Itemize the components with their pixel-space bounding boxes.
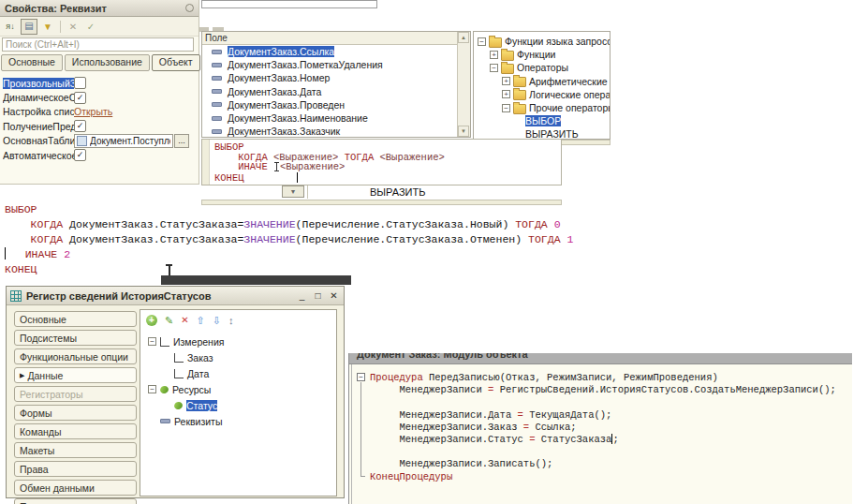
ref-field[interactable]: Документ.Поступле — [74, 134, 173, 148]
module-title-bar[interactable]: Документ Заказ: Модуль объекта — [349, 353, 852, 364]
register-tree-item[interactable]: Реквизиты — [140, 413, 336, 429]
search-input[interactable] — [2, 37, 194, 52]
register-tab[interactable]: Права — [14, 461, 137, 477]
ref-more-button[interactable]: ... — [174, 134, 189, 148]
register-tree-item[interactable]: −Ресурсы — [140, 381, 336, 397]
window-title-bar[interactable]: Регистр сведений ИсторияСтатусов _□✕ — [7, 287, 344, 305]
categorize-icon[interactable]: ▤ — [21, 19, 37, 35]
scroll-up-icon[interactable]: ▲ — [458, 32, 469, 43]
field-scrollbar[interactable]: ▲ ▼ — [457, 32, 470, 137]
expander-icon[interactable]: − — [502, 104, 510, 112]
code-line: КОНЕЦ — [214, 172, 445, 184]
tree-item[interactable]: −Прочие операторы — [474, 101, 610, 114]
expander-icon[interactable]: − — [148, 337, 156, 346]
edit-icon[interactable]: ✎ — [165, 315, 173, 326]
property-row[interactable]: ДинамическоеСчи✓ — [3, 90, 196, 104]
filter-icon[interactable]: ▼ — [40, 20, 55, 34]
tree-item[interactable]: +Логические операторы — [474, 88, 610, 101]
clear-icon[interactable]: ✕ — [66, 20, 81, 34]
tab-label: Обмен данными — [20, 482, 95, 494]
tree-item[interactable]: +Функции — [474, 48, 610, 61]
field-icon — [212, 50, 222, 54]
property-row[interactable]: ПолучениеПредст✓ — [3, 119, 196, 133]
open-link[interactable]: Открыть — [74, 106, 112, 117]
property-row[interactable]: ПроизвольныйЗа — [3, 76, 196, 90]
fold-collapse-icon[interactable]: − — [357, 373, 365, 381]
expander-icon[interactable]: + — [502, 90, 510, 98]
checkbox[interactable] — [74, 77, 86, 89]
tree-item[interactable]: ВЫБОР — [474, 114, 610, 127]
field-list-item[interactable]: ДокументЗаказ.Номер — [202, 71, 458, 84]
move-up-icon[interactable]: ⇧ — [197, 315, 205, 326]
code-seg: ТекущаяДата(); — [523, 409, 612, 421]
minimize-button[interactable]: _ — [296, 289, 308, 304]
checkbox[interactable]: ✓ — [74, 92, 86, 104]
resource-icon — [173, 400, 184, 410]
field-list-item[interactable]: ДокументЗаказ.Проведен — [202, 98, 458, 111]
code-line: ИНАЧЕ <Выражение> — [214, 162, 445, 172]
register-tree-item[interactable]: Статус — [140, 397, 336, 413]
field-list-item[interactable]: ДокументЗаказ.Наименование — [202, 111, 458, 125]
register-tab[interactable]: Команды — [14, 423, 137, 439]
expander-icon[interactable]: − — [490, 64, 498, 72]
dropdown-button[interactable]: ▼ — [282, 185, 304, 198]
register-tree-item[interactable]: −Измерения — [140, 334, 336, 349]
property-row[interactable]: АвтоматическоеС✓ — [3, 148, 196, 162]
register-tab[interactable]: Основные — [14, 311, 137, 327]
register-tab[interactable]: Функциональные опции — [14, 348, 137, 364]
field-list-item[interactable]: ДокументЗаказ.ПометкаУдаления — [202, 58, 458, 71]
scroll-down-icon[interactable]: ▼ — [458, 126, 469, 137]
tree-item[interactable]: −Операторы — [474, 61, 610, 74]
tree-item[interactable]: −Функции языка запросов — [474, 35, 610, 48]
register-tab[interactable]: ▶Данные — [14, 367, 137, 383]
expander-icon[interactable]: + — [490, 51, 498, 59]
checkbox[interactable]: ✓ — [74, 149, 86, 161]
pin-icon[interactable] — [185, 4, 194, 12]
checkbox[interactable]: ✓ — [74, 120, 86, 132]
query-code-editor[interactable]: ВЫБОР КОГДА ДокументЗаказ.СтатусЗаказа=З… — [5, 202, 604, 281]
field-list[interactable]: ДокументЗаказ.СсылкаДокументЗаказ.Пометк… — [202, 45, 458, 137]
code-seg: 2 — [64, 248, 70, 260]
code-line: КонецПроцедуры — [370, 471, 836, 483]
register-tab[interactable]: Формы — [14, 405, 137, 421]
props-tab[interactable]: Использование — [65, 54, 150, 71]
register-tab[interactable]: Обмен данными — [14, 480, 137, 496]
register-tab[interactable]: Макеты — [14, 442, 137, 458]
field-list-item[interactable]: ДокументЗаказ.Ссылка — [202, 45, 458, 58]
set-order-icon[interactable]: ↕ — [228, 315, 234, 326]
query-functions-tree[interactable]: −Функции языка запросов+Функции−Оператор… — [473, 31, 611, 140]
maximize-button[interactable]: □ — [312, 289, 324, 304]
code-seg: МенеджерЗаписи.Записать(); — [370, 458, 552, 469]
snippet-editor[interactable]: ВЫБОР КОГДА <Выражение> ТОГДА <Выражение… — [201, 139, 562, 185]
code-seg: Ссылка; — [529, 422, 576, 433]
register-tree-item[interactable]: Заказ — [140, 349, 336, 365]
props-tab[interactable]: Объект — [152, 54, 200, 71]
register-tree-item[interactable]: Дата — [140, 365, 336, 381]
register-tree[interactable]: −ИзмеренияЗаказДата−РесурсыСтатусРеквизи… — [140, 334, 336, 429]
register-tab[interactable]: Подсистемы — [14, 330, 137, 346]
sort-az-icon[interactable]: я↓ — [3, 20, 18, 34]
dimension-icon — [174, 353, 184, 363]
field-list-item[interactable]: ДокументЗаказ.Заказчик — [202, 125, 458, 137]
expander-icon[interactable]: − — [478, 37, 486, 46]
field-list-item[interactable]: ДокументЗаказ.Дата — [202, 85, 458, 98]
delete-icon[interactable]: ✕ — [181, 315, 188, 326]
add-icon[interactable]: + — [146, 315, 157, 326]
fold-line — [360, 382, 361, 476]
expander-icon[interactable]: − — [148, 385, 156, 393]
move-down-icon[interactable]: ⇩ — [213, 315, 221, 326]
property-row[interactable]: ОсновнаяТаблицаДокумент.Поступле... — [3, 134, 196, 148]
folder-icon — [513, 90, 526, 100]
properties-title-bar[interactable]: Свойства: Реквизит — [0, 0, 199, 17]
footer-item-label[interactable]: ВЫРАЗИТЬ — [370, 186, 425, 198]
register-tab[interactable]: Регистраторы — [14, 386, 137, 402]
close-button[interactable]: ✕ — [328, 289, 340, 304]
module-code-editor[interactable]: Процедура ПередЗаписью(Отказ, РежимЗапис… — [370, 372, 836, 483]
property-row[interactable]: Настройка спискаОткрыть — [3, 105, 196, 119]
apply-icon[interactable]: ✓ — [83, 20, 98, 34]
props-tab[interactable]: Основные — [1, 54, 63, 71]
tree-item[interactable]: +Арифметические операторы — [474, 75, 610, 88]
register-tab[interactable]: Прочее — [14, 498, 137, 504]
expander-icon[interactable]: + — [502, 77, 510, 85]
code-seg: ДокументЗаказ.СтатусЗаказа= — [63, 218, 243, 230]
